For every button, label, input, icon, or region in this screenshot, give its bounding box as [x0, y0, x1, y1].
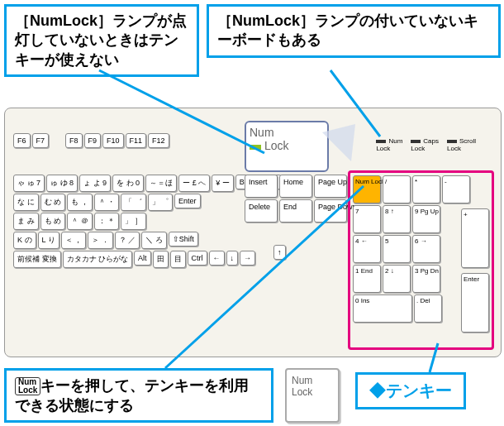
keyboard-key: カタカナ ひらがな [63, 251, 133, 268]
tenkey-key: 3 Pg Dn [412, 265, 440, 293]
tenkey-key: 5 [383, 235, 411, 263]
inline-numlock-key-icon: NumLock [15, 377, 40, 395]
tenkey-key: 6 → [412, 235, 440, 263]
keyboard-key: な に [13, 194, 39, 211]
keyboard-key: ょ よ 9 [79, 175, 111, 192]
callout-no-numlock-lamp: ［NumLock］ランプの付いていないキーボードもある [207, 4, 501, 58]
tenkey-key: 0 Ins [353, 294, 412, 323]
keyboard-key: ← [209, 251, 225, 266]
nav-key: Insert [245, 175, 278, 198]
arrow-up-key: ↑ [273, 245, 288, 260]
fn-key: F10 [102, 133, 124, 148]
tenkey-key: 9 Pg Up [412, 205, 440, 233]
keyboard-illustration: F6F7F8F9F10F11F12 Num Lock NumLockCapsLo… [4, 108, 502, 357]
tenkey-pad: Num Lock/*-+78 ↑9 Pg Up4 ←56 →Enter1 End… [348, 170, 494, 350]
tenkey-key: 4 ← [353, 235, 381, 263]
keyboard-key: も ， [67, 194, 93, 211]
keyboard-key: ¥ ー [212, 175, 234, 192]
keyboard-key: ー £ へ [178, 175, 210, 192]
keyboard-key: ＜ ， [61, 232, 87, 249]
keyboard-key: ： ＊ [94, 213, 120, 230]
tenkey-plus-key: + [461, 208, 489, 268]
keyboard-key: ？ ／ [115, 232, 140, 249]
keyboard-key: ま み [13, 213, 39, 230]
keyboard-key: → [240, 251, 255, 266]
tenkey-label-callout: ◆テンキー [355, 372, 466, 409]
keyboard-key: を わ 0 [112, 175, 144, 192]
keyboard-key: Enter [174, 194, 201, 208]
fn-key: F8 [65, 133, 83, 148]
navigation-key-cluster: InsertHomePage UpDeleteEndPage Down [245, 175, 349, 224]
keyboard-key: も め [40, 213, 66, 230]
fn-key: F12 [148, 133, 169, 148]
keyboard-key: ゅ ゆ 8 [46, 175, 78, 192]
callout-press-numlock-text: キーを押して、テンキーを利用できる状態にする [15, 377, 249, 414]
keyboard-key: L り [38, 232, 59, 249]
function-key-row: F6F7F8F9F10F11F12 [13, 133, 171, 148]
callout-press-numlock: NumLockキーを押して、テンキーを利用できる状態にする [4, 368, 273, 423]
nav-key: Home [279, 175, 312, 198]
keyboard-key: 田 [153, 251, 169, 268]
keyboard-key: 」 ］ [121, 213, 146, 230]
keyboard-indicator-leds: NumLockCapsLockScrollLock [368, 137, 476, 152]
tenkey-key: 7 [353, 205, 381, 233]
keyboard-key: ＾ ＠ [67, 213, 93, 230]
fn-key: F9 [84, 133, 102, 148]
keyboard-key: ～ = ほ [145, 175, 177, 192]
nav-key: Page Up [314, 175, 347, 198]
keyboard-key: 目 [170, 251, 186, 268]
fn-key: F7 [32, 133, 50, 148]
nav-key: End [279, 199, 312, 223]
nav-key: Page Down [314, 199, 347, 223]
fn-key: F11 [126, 133, 147, 148]
tenkey-key: - [442, 175, 470, 203]
fn-key: F6 [13, 133, 31, 148]
tenkey-key: * [412, 175, 440, 203]
numlock-key-large: Num Lock [285, 368, 340, 423]
keyboard-key: ＼ ろ [141, 232, 167, 249]
keyboard-key: ⇧Shift [169, 232, 198, 247]
keyboard-key: 」 ゜ [148, 194, 174, 211]
tenkey-enter-key: Enter [461, 273, 489, 333]
numlock-zoom-line2: Lock [264, 139, 289, 152]
keyboard-key: 前候補 変換 [13, 251, 61, 268]
numlock-zoom-line1: Num [250, 126, 274, 139]
tenkey-key: . Del [414, 294, 442, 323]
tenkey-key: 2 ↓ [383, 265, 411, 293]
led-on-icon [250, 145, 261, 150]
indicator-led: ScrollLock [447, 137, 476, 152]
keyboard-key: ＾ ・ [94, 194, 120, 211]
indicator-led: CapsLock [411, 137, 439, 152]
keyboard-key: む め [40, 194, 66, 211]
keyboard-key: ↓ [226, 251, 239, 266]
keyboard-key: Alt [134, 251, 151, 266]
keyboard-key: K の [13, 232, 36, 249]
nav-key: Delete [245, 199, 278, 223]
keyboard-key: 「 ゛ [121, 194, 146, 211]
tenkey-key: / [383, 175, 411, 203]
main-key-rows: ゃ ゅ 7ゅ ゆ 8ょ よ 9を わ 0～ = ほー £ へ¥ ーBack sp… [13, 175, 283, 270]
keyboard-key: ゃ ゅ 7 [13, 175, 45, 192]
tenkey-key: 1 End [353, 265, 381, 293]
keyboard-key: Ctrl [188, 251, 207, 266]
indicator-led: NumLock [376, 137, 402, 152]
numlock-zoom-inset: Num Lock [245, 121, 329, 172]
tenkey-key: 8 ↑ [383, 205, 411, 233]
callout-numlock-lamp-off: ［NumLock］ランプが点灯していないときはテンキーが使えない [4, 4, 199, 77]
keyboard-key: ＞ ． [88, 232, 113, 249]
tenkey-key: Num Lock [353, 175, 381, 203]
